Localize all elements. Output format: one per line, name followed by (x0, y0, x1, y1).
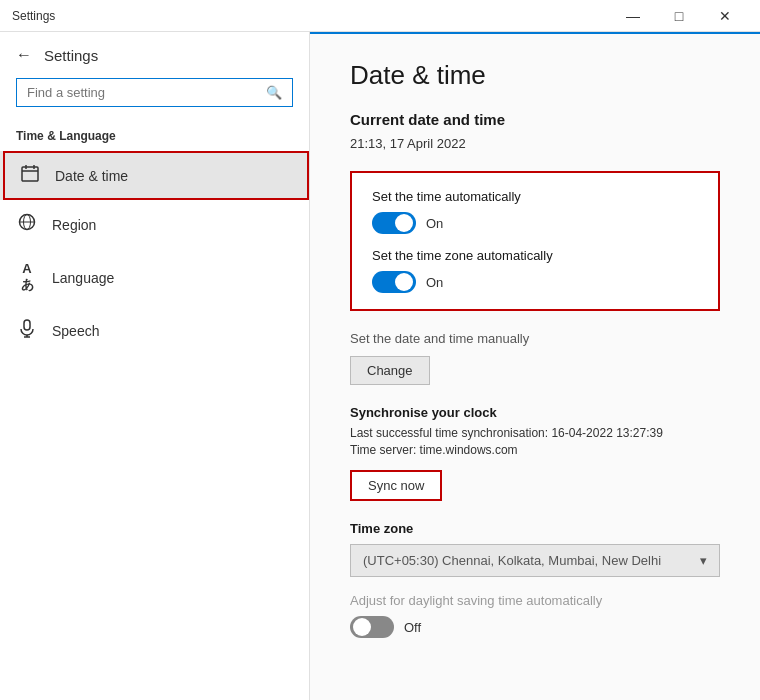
toggle-track-timezone (372, 271, 416, 293)
title-bar: Settings — □ ✕ (0, 0, 760, 32)
app-body: ← Settings 🔍 Time & Language Date & time (0, 32, 760, 700)
sidebar-item-label-language: Language (52, 270, 114, 286)
dst-value: Off (404, 620, 421, 635)
sidebar-section-label: Time & Language (0, 123, 309, 151)
date-time-icon (19, 163, 41, 188)
set-time-auto-label: Set the time automatically (372, 189, 698, 204)
sidebar-item-language[interactable]: Aあ Language (0, 249, 309, 306)
sidebar-item-label-region: Region (52, 217, 96, 233)
toggle-thumb-timezone (395, 273, 413, 291)
set-time-auto-row: Set the time automatically On (372, 189, 698, 234)
manual-label: Set the date and time manually (350, 331, 720, 346)
sidebar-item-region[interactable]: Region (0, 200, 309, 249)
set-timezone-auto-label: Set the time zone automatically (372, 248, 698, 263)
back-button[interactable]: ← (16, 46, 32, 64)
title-bar-controls: — □ ✕ (610, 0, 748, 32)
set-time-auto-toggle-row: On (372, 212, 698, 234)
change-button[interactable]: Change (350, 356, 430, 385)
current-datetime-heading: Current date and time (350, 111, 720, 128)
sidebar-item-date-time[interactable]: Date & time (0, 151, 309, 200)
sidebar-header: ← Settings (0, 32, 309, 78)
page-title: Date & time (350, 60, 720, 91)
dst-toggle-row: Off (350, 616, 720, 638)
timezone-label: Time zone (350, 521, 720, 536)
current-datetime-value: 21:13, 17 April 2022 (350, 136, 720, 151)
language-icon: Aあ (16, 261, 38, 294)
region-icon (16, 212, 38, 237)
top-divider (310, 32, 760, 34)
set-time-auto-toggle[interactable] (372, 212, 416, 234)
sync-info-last: Last successful time synchronisation: 16… (350, 426, 720, 440)
timezone-value: (UTC+05:30) Chennai, Kolkata, Mumbai, Ne… (363, 553, 661, 568)
dst-label: Adjust for daylight saving time automati… (350, 593, 720, 608)
set-timezone-auto-toggle[interactable] (372, 271, 416, 293)
chevron-down-icon: ▾ (700, 553, 707, 568)
search-input[interactable] (27, 85, 258, 100)
auto-settings-section: Set the time automatically On Set the ti… (350, 171, 720, 311)
manual-section: Set the date and time manually Change (350, 331, 720, 385)
maximize-button[interactable]: □ (656, 0, 702, 32)
toggle-thumb-time (395, 214, 413, 232)
toggle-track-dst (350, 616, 394, 638)
close-button[interactable]: ✕ (702, 0, 748, 32)
search-box[interactable]: 🔍 (16, 78, 293, 107)
app-title: Settings (44, 47, 98, 64)
toggle-thumb-dst (353, 618, 371, 636)
sync-info-server: Time server: time.windows.com (350, 443, 720, 457)
set-timezone-auto-toggle-row: On (372, 271, 698, 293)
sidebar-item-label-speech: Speech (52, 323, 99, 339)
sidebar-item-label-date-time: Date & time (55, 168, 128, 184)
sidebar-item-speech[interactable]: Speech (0, 306, 309, 355)
sidebar: ← Settings 🔍 Time & Language Date & time (0, 32, 310, 700)
timezone-section: Time zone (UTC+05:30) Chennai, Kolkata, … (350, 521, 720, 577)
title-bar-left: Settings (12, 9, 55, 23)
content-area: Date & time Current date and time 21:13,… (310, 32, 760, 700)
dst-toggle[interactable] (350, 616, 394, 638)
sync-now-button[interactable]: Sync now (350, 470, 442, 501)
set-timezone-auto-row: Set the time zone automatically On (372, 248, 698, 293)
dst-section: Adjust for daylight saving time automati… (350, 593, 720, 638)
sync-section: Synchronise your clock Last successful t… (350, 405, 720, 501)
timezone-select[interactable]: (UTC+05:30) Chennai, Kolkata, Mumbai, Ne… (350, 544, 720, 577)
toggle-track-time (372, 212, 416, 234)
svg-rect-0 (22, 167, 38, 181)
search-icon: 🔍 (266, 85, 282, 100)
sync-title: Synchronise your clock (350, 405, 720, 420)
title-bar-title: Settings (12, 9, 55, 23)
set-time-auto-value: On (426, 216, 443, 231)
back-icon: ← (16, 46, 32, 64)
set-timezone-auto-value: On (426, 275, 443, 290)
svg-rect-7 (24, 320, 30, 330)
minimize-button[interactable]: — (610, 0, 656, 32)
speech-icon (16, 318, 38, 343)
